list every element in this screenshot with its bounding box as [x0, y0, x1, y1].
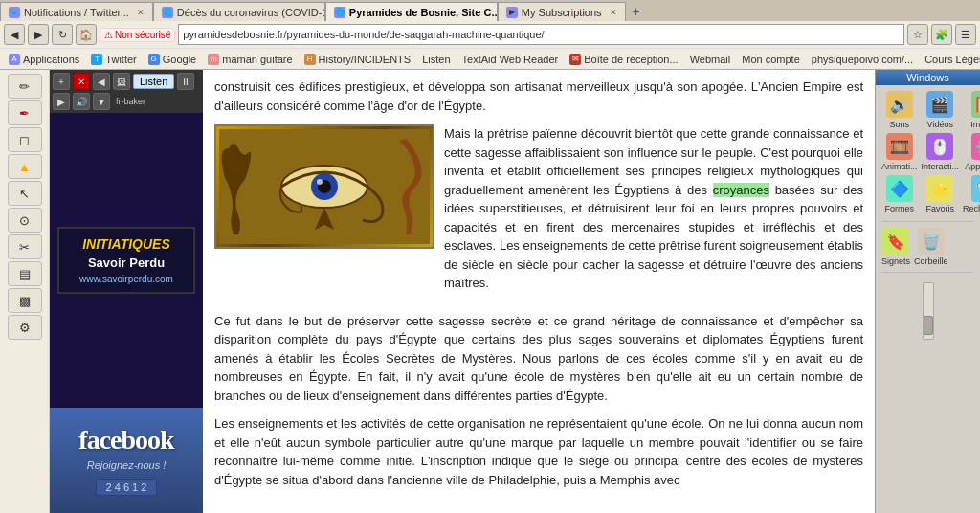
panel-icon-recherch[interactable]: 🔍 Recherch... — [963, 175, 980, 213]
bookmark-physique[interactable]: physiquepoivo.com/... — [807, 53, 918, 66]
facebook-banner[interactable]: facebook Rejoignez-nous ! 2 4 6 1 2 — [50, 408, 203, 513]
panel-icon-favoris[interactable]: ⭐ Favoris — [922, 175, 960, 213]
tool-pen[interactable]: ✒ — [8, 100, 42, 125]
sidebar-ad[interactable]: INITIATIQUES Savoir Perdu www.savoirperd… — [50, 113, 203, 408]
paragraph-2-highlight: croyances — [713, 183, 769, 197]
panel-icon-animati-box: 🎞️ — [886, 133, 913, 160]
panel-icon-interacti[interactable]: 🖱️ Interacti... — [922, 133, 960, 171]
right-scrollbar-thumb[interactable] — [924, 316, 933, 335]
security-label: Non sécurisé — [115, 30, 170, 40]
address-bar-input[interactable] — [178, 24, 904, 45]
reload-button[interactable]: ↻ — [52, 24, 73, 45]
tool-cut[interactable]: ✂ — [8, 234, 42, 259]
panel-divider-2 — [881, 272, 974, 273]
right-scrollbar-area — [876, 275, 980, 347]
right-scrollbar[interactable] — [923, 282, 934, 340]
panel-icon-recherch-label: Recherch... — [963, 204, 980, 213]
panel-icon-videos-box: 🎬 — [926, 91, 953, 118]
tool-highlight[interactable]: ▲ — [8, 154, 42, 179]
bookmark-twitter[interactable]: T Twitter — [86, 53, 141, 66]
sidebar-lang-label: fr-baker — [113, 96, 148, 107]
facebook-tagline: Rejoignez-nous ! — [87, 459, 167, 471]
tab-4[interactable]: ▶ My Subscriptions ✕ — [498, 2, 626, 21]
panel-icon-sons[interactable]: 🔊 Sons — [881, 91, 918, 129]
sidebar-extra-btn[interactable]: ▼ — [93, 93, 110, 110]
sidebar-vol-btn[interactable]: 🔊 — [73, 93, 90, 110]
sidebar-close-btn[interactable]: ✕ — [73, 73, 90, 90]
paragraph-4: Les enseignements et les activités de ce… — [214, 414, 863, 489]
bookmark-moncompte[interactable]: Mon compte — [737, 53, 805, 66]
security-badge: ⚠ Non sécurisé — [100, 28, 175, 42]
panel-icon-applicati[interactable]: ⚙️ Applicati... — [963, 133, 980, 171]
tool-extra[interactable]: ▩ — [8, 288, 42, 313]
tab-3-label: Pyramides de Bosnie, Site C... — [349, 7, 498, 18]
back-button[interactable]: ◀ — [4, 24, 25, 45]
sidebar-listen-btn[interactable]: Listen — [133, 74, 174, 89]
tool-arrow[interactable]: ↖ — [8, 181, 42, 206]
panel-icon-applicati-box: ⚙️ — [971, 133, 980, 160]
bookmark-inbox[interactable]: ✉ Boîte de réception... — [565, 53, 682, 66]
nav-bar: ◀ ▶ ↻ 🏠 ⚠ Non sécurisé ☆ 🧩 ☰ — [0, 21, 980, 48]
tab-1-favicon: 🐦 — [9, 7, 20, 18]
panel-icon-animati[interactable]: 🎞️ Animati... — [881, 133, 918, 171]
panel-icon-corbeille[interactable]: 🗑️ Corbeille — [914, 228, 948, 266]
bookmark-favicon: ✉ — [569, 54, 581, 65]
panel-icon-formes-label: Formes — [885, 204, 915, 213]
bookmark-label: Webmail — [690, 54, 731, 65]
right-panel: Windows 🔊 Sons 🎬 Vidéos 🖼️ Images 🎞️ Ani… — [875, 70, 980, 513]
bookmark-cours[interactable]: Cours Légende BA... — [920, 53, 980, 66]
tab-3[interactable]: 🌐 Pyramides de Bosnie, Site C... ✕ — [325, 2, 498, 21]
bookmark-label: Twitter — [105, 54, 136, 65]
panel-icon-formes[interactable]: 🔷 Formes — [881, 175, 918, 213]
panel-icon-applicati-label: Applicati... — [965, 162, 980, 171]
panel-icon-videos[interactable]: 🎬 Vidéos — [922, 91, 960, 129]
tool-eraser[interactable]: ◻ — [8, 127, 42, 152]
panel-divider-1 — [881, 221, 974, 222]
facebook-logo: facebook — [78, 425, 173, 456]
bookmark-listen[interactable]: Listen — [417, 53, 455, 66]
sidebar-fwd-btn[interactable]: ▶ — [53, 93, 70, 110]
sidebar-plus-btn[interactable]: + — [53, 73, 70, 90]
tool-bars[interactable]: ▤ — [8, 261, 42, 286]
bookmark-favicon: H — [304, 54, 316, 65]
menu-button[interactable]: ☰ — [955, 24, 976, 45]
image-section: Mais la prêtrise païenne découvrit bient… — [214, 124, 863, 302]
bookmark-maman[interactable]: m maman guitare — [203, 53, 297, 66]
forward-button[interactable]: ▶ — [28, 24, 49, 45]
panel-icon-signets[interactable]: 🔖 Signets — [881, 228, 910, 266]
ad-title: INITIATIQUES — [67, 236, 186, 253]
bookmark-webmail[interactable]: Webmail — [685, 53, 736, 66]
tool-circle[interactable]: ⊙ — [8, 208, 42, 233]
new-tab-button[interactable]: + — [626, 2, 647, 21]
sidebar-prev-btn[interactable]: ◀ — [93, 73, 110, 90]
sidebar-pause-btn[interactable]: ⏸ — [177, 73, 194, 90]
panel-icon-sons-box: 🔊 — [886, 91, 913, 118]
right-panel-header: Windows — [876, 70, 980, 85]
extensions-button[interactable]: 🧩 — [931, 24, 952, 45]
svg-point-4 — [317, 179, 323, 185]
home-button[interactable]: 🏠 — [76, 24, 97, 45]
tool-pencil[interactable]: ✏ — [8, 74, 42, 99]
tab-4-close[interactable]: ✕ — [610, 8, 617, 17]
bookmark-applications[interactable]: A Applications — [4, 53, 84, 66]
bookmark-star[interactable]: ☆ — [907, 24, 928, 45]
panel-icon-favoris-box: ⭐ — [926, 175, 953, 202]
main-content[interactable]: construisit ces édifices prestigieux, et… — [203, 70, 875, 513]
tool-settings[interactable]: ⚙ — [8, 315, 42, 340]
tab-3-favicon: 🌐 — [334, 7, 345, 18]
tab-2[interactable]: 🌐 Décès du coronavirus (COVID-1... ✕ — [153, 2, 325, 21]
panel-icon-images[interactable]: 🖼️ Images — [963, 91, 980, 129]
bookmark-google[interactable]: G Google — [144, 53, 201, 66]
paragraph-2-container: Mais la prêtrise païenne découvrit bient… — [444, 124, 863, 302]
tab-4-favicon: ▶ — [506, 7, 518, 18]
bookmark-textaid[interactable]: TextAid Web Reader — [457, 53, 564, 66]
bookmark-history[interactable]: H History/INCIDENTS — [300, 53, 416, 66]
bookmark-label: Mon compte — [742, 54, 800, 65]
tab-1-close[interactable]: ✕ — [137, 8, 145, 17]
sidebar-icon-btn[interactable]: 🖼 — [113, 73, 130, 90]
bookmark-label: TextAid Web Reader — [462, 54, 559, 65]
bookmark-favicon: m — [208, 54, 219, 65]
tab-bar: 🐦 Notifications / Twitter... ✕ 🌐 Décès d… — [0, 0, 980, 21]
security-icon: ⚠ — [104, 30, 113, 40]
tab-1[interactable]: 🐦 Notifications / Twitter... ✕ — [0, 2, 153, 21]
